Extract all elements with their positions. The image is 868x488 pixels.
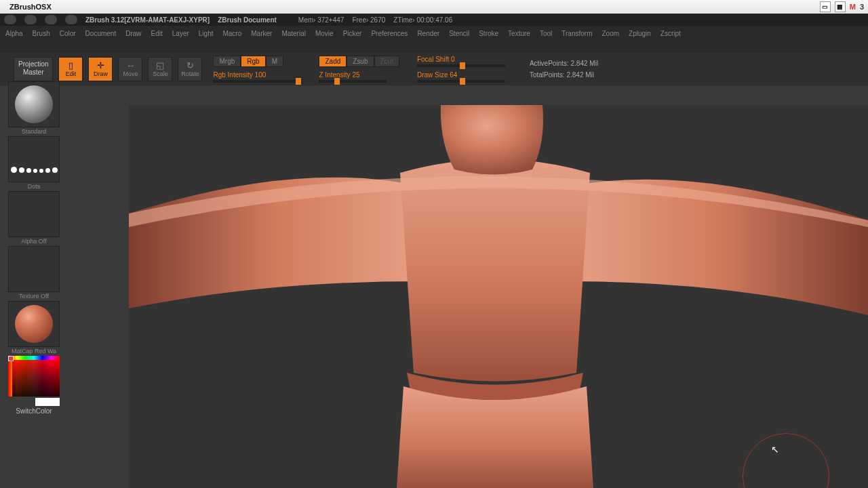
menu-item[interactable]: Brush <box>33 30 50 37</box>
mrgb-button[interactable]: Mrgb <box>213 56 241 67</box>
tray-count: 3 <box>860 3 864 11</box>
titlebar: ZBrushOSX ▭ ▦ M 3 <box>0 0 868 14</box>
free-label: Free› 2670 <box>352 16 385 24</box>
app-title: ZBrushOSX <box>9 3 52 11</box>
z-mode-segment: Zadd Zsub Zcut <box>319 56 399 67</box>
nav-back-button[interactable] <box>4 15 16 24</box>
menu-item[interactable]: Color <box>60 30 76 37</box>
menu-bar: Alpha Brush Color Document Draw Edit Lay… <box>0 26 868 41</box>
color-chip[interactable] <box>35 398 60 406</box>
menu-item[interactable]: Tool <box>540 30 552 37</box>
zcut-button[interactable]: Zcut <box>374 56 399 67</box>
material-swatch[interactable]: MatCap Red Wa <box>8 301 60 354</box>
move-icon: ↔ <box>126 61 135 70</box>
draw-mode-button[interactable]: ✛Draw <box>88 57 113 81</box>
tray-window-icon[interactable]: ▭ <box>820 1 831 12</box>
doc-version: ZBrush 3.12[ZVRM-AMAT-AEXJ-XYPR] <box>85 16 210 24</box>
menu-item[interactable]: Light <box>199 30 214 37</box>
m-button[interactable]: M <box>266 56 283 67</box>
color-picker[interactable]: SwitchColor <box>8 356 60 415</box>
draw-icon: ✛ <box>97 61 104 70</box>
total-points: TotalPoints: 2.842 Mil <box>530 71 598 79</box>
menu-item[interactable]: Preferences <box>371 30 408 37</box>
mem-label: Mem› 372+447 <box>298 16 344 24</box>
rgb-button[interactable]: Rgb <box>241 56 265 67</box>
menu-item[interactable]: Movie <box>315 30 334 37</box>
stroke-swatch[interactable]: Dots <box>8 136 60 190</box>
brush-swatch[interactable]: Standard <box>8 81 60 135</box>
scale-icon: ◱ <box>156 61 164 70</box>
menu-item[interactable]: Texture <box>508 30 530 37</box>
zsub-button[interactable]: Zsub <box>347 56 374 67</box>
doc-name: ZBrush Document <box>218 16 277 24</box>
menu-item[interactable]: Alpha <box>5 30 23 37</box>
menu-item[interactable]: Marker <box>251 30 272 37</box>
viewport[interactable]: ↖ <box>129 105 868 488</box>
rotate-mode-button[interactable]: ↻Rotate <box>178 57 202 81</box>
move-mode-button[interactable]: ↔Move <box>118 57 142 81</box>
menu-item[interactable]: Zscript <box>660 30 681 37</box>
rgb-mode-segment: Mrgb Rgb M <box>213 56 301 67</box>
rgb-intensity-slider[interactable]: Rgb Intensity 100 <box>213 71 301 83</box>
nav-plus-button[interactable] <box>45 15 57 24</box>
alpha-swatch[interactable]: Alpha Off <box>8 191 60 245</box>
menu-item[interactable]: Draw <box>125 30 141 37</box>
menu-item[interactable]: Edit <box>151 30 163 37</box>
menu-item[interactable]: Picker <box>343 30 362 37</box>
menu-item[interactable]: Zoom <box>601 30 619 37</box>
projection-master-button[interactable]: Projection Master <box>14 57 53 81</box>
menu-item[interactable]: Layer <box>172 30 189 37</box>
tray-grid-icon[interactable]: ▦ <box>835 1 846 12</box>
gmail-icon[interactable]: M <box>850 3 856 11</box>
scale-mode-button[interactable]: ◱Scale <box>148 57 172 81</box>
menu-item[interactable]: Render <box>417 30 439 37</box>
z-intensity-slider[interactable]: Z Intensity 25 <box>319 71 399 83</box>
texture-swatch[interactable]: Texture Off <box>8 246 60 300</box>
system-tray: ▭ ▦ M 3 <box>820 1 864 12</box>
active-points: ActivePoints: 2.842 Mil <box>530 60 598 67</box>
nav-minus-button[interactable] <box>24 15 37 24</box>
menu-item[interactable]: Macro <box>222 30 241 37</box>
menu-item[interactable]: Material <box>281 30 306 37</box>
menu-item[interactable]: Stroke <box>479 30 498 37</box>
edit-mode-button[interactable]: ▯Edit <box>58 57 83 81</box>
menu-item[interactable]: Transform <box>561 30 592 37</box>
nav-wand-button[interactable] <box>65 15 77 24</box>
edit-icon: ▯ <box>68 61 73 70</box>
menu-item[interactable]: Zplugin <box>629 30 651 37</box>
menu-item[interactable]: Document <box>85 30 117 37</box>
draw-size-slider[interactable]: Draw Size 64 <box>417 71 505 83</box>
menu-item[interactable]: Stencil <box>449 30 469 37</box>
zadd-button[interactable]: Zadd <box>319 56 347 67</box>
focal-shift-slider[interactable]: Focal Shift 0 <box>417 56 505 67</box>
ztime-label: ZTime› 00:00:47.06 <box>393 16 452 24</box>
switch-color-button[interactable]: SwitchColor <box>8 407 60 415</box>
rotate-icon: ↻ <box>186 61 194 70</box>
